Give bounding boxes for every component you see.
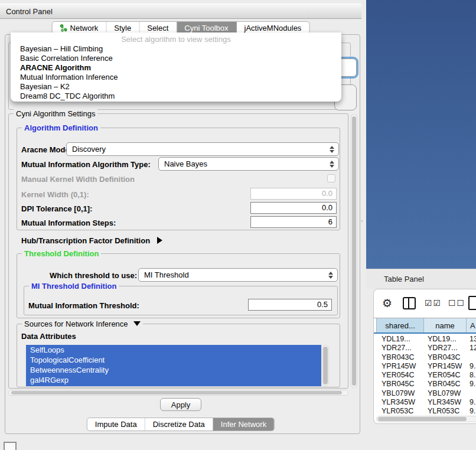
control-panel-title: Control Panel xyxy=(6,7,53,16)
table-row[interactable]: YLR345WYLR345W9. xyxy=(374,398,476,407)
table-cell: YDR27... xyxy=(424,344,467,353)
network-desktop: GALGAL80GAL10GAL1GAL11SWI4GAL4GCY1HAP4YH… xyxy=(366,0,476,269)
table-cell: YLR345W xyxy=(424,398,467,407)
table-cell: 12 xyxy=(467,344,476,353)
table-row[interactable]: YBR043CYBR043C xyxy=(374,353,476,362)
attribute-item-selfloops[interactable]: SelfLoops xyxy=(26,345,321,355)
which-threshold-value: MI Threshold xyxy=(144,270,189,279)
tab-label: Style xyxy=(114,24,131,32)
tab-infer-network[interactable]: Infer Network xyxy=(213,418,274,431)
table-cell: YBR045C xyxy=(424,380,467,389)
table-cell: YBR043C xyxy=(374,353,424,362)
attribute-item-topologicalcoefficient[interactable]: TopologicalCoefficient xyxy=(26,355,321,365)
tab-label: Impute Data xyxy=(95,420,137,429)
expand-right-icon xyxy=(157,237,162,244)
table-cell: YLR053C xyxy=(424,407,467,416)
table-cell xyxy=(467,353,476,362)
table-hscrollbar-thumb[interactable] xyxy=(378,417,467,421)
table-cell: YBL079W xyxy=(424,389,467,398)
attribute-item-gal4rgexp[interactable]: gal4RGexp xyxy=(26,375,321,385)
sources-title-text: Sources for Network Inference xyxy=(24,319,128,328)
table-cell: YDL19... xyxy=(374,335,424,344)
table-cell: YLR053C xyxy=(374,407,424,416)
algorithm-option-basic-correlation-inference[interactable]: Basic Correlation Inference xyxy=(11,54,341,63)
data-attributes-list[interactable]: SelfLoopsTopologicalCoefficientBetweenne… xyxy=(26,345,321,386)
aracne-mode-value: Discovery xyxy=(72,145,106,154)
which-threshold-label: Which threshold to use: xyxy=(50,271,137,280)
export-table-icon[interactable] xyxy=(468,296,476,310)
algorithm-option-aracne-algorithm[interactable]: ARACNE Algorithm xyxy=(11,63,341,73)
manual-kernel-width-label: Manual Kernel Width Definition xyxy=(21,175,135,184)
mi-algorithm-type-select[interactable]: Naive Bayes xyxy=(158,157,339,171)
algorithm-option-dream8-dc-tdc-algorithm[interactable]: Dream8 DC_TDC Algorithm xyxy=(11,92,341,101)
algorithm-option-mutual-information-inference[interactable]: Mutual Information Inference xyxy=(11,73,341,82)
splitter-grip[interactable]: › xyxy=(361,219,364,224)
stepper-arrows-icon xyxy=(330,146,334,153)
table-cell: YLR345W xyxy=(374,398,424,407)
table-toolbar: ⚙ ☑☑ ☐☐ xyxy=(374,289,476,318)
sources-group-title[interactable]: Sources for Network Inference xyxy=(22,319,143,328)
mi-threshold-label: Mutual Information Threshold: xyxy=(28,301,139,310)
table-body: YDL19...YDL19...13YDR27...YDR27...12YBR0… xyxy=(374,335,476,416)
stepper-arrows-icon xyxy=(330,161,334,168)
table-cell: 9. xyxy=(467,407,476,416)
tab-discretize-data[interactable]: Discretize Data xyxy=(145,418,213,431)
table-cell: YPR145W xyxy=(424,362,467,371)
table-row[interactable]: YER054CYER054C8. xyxy=(374,371,476,380)
table-row[interactable]: YDR27...YDR27...12 xyxy=(374,344,476,353)
column-header-name[interactable]: name xyxy=(424,318,467,332)
settings-scrollbar[interactable] xyxy=(351,114,357,388)
table-cell: 9. xyxy=(467,362,476,371)
bottom-tabbar: Impute DataDiscretize DataInfer Network xyxy=(87,418,275,431)
minimized-panel-icon[interactable] xyxy=(4,442,17,450)
control-panel-titlebar: Control Panel xyxy=(0,4,361,19)
table-settings-gear-icon[interactable]: ⚙ xyxy=(382,296,392,310)
which-threshold-select[interactable]: MI Threshold xyxy=(138,268,338,282)
tab-impute-data[interactable]: Impute Data xyxy=(87,418,145,431)
table-cell: YBR043C xyxy=(424,353,467,362)
tab-label: jActiveMNodules xyxy=(244,24,302,32)
algorithm-option-bayesian-k2[interactable]: Bayesian – K2 xyxy=(11,82,341,92)
column-header-shared[interactable]: shared... xyxy=(376,318,424,332)
settings-scrollbar-thumb[interactable] xyxy=(352,116,356,386)
table-row[interactable]: YLR053CYLR053C9. xyxy=(374,407,476,416)
aracne-mode-select[interactable]: Discovery xyxy=(66,142,339,156)
table-row[interactable]: YBR045CYBR045C9. xyxy=(374,380,476,389)
aracne-mode-label: Aracne Mode: xyxy=(21,145,72,154)
apply-button[interactable]: Apply xyxy=(160,398,201,411)
attributes-scrollbar-thumb[interactable] xyxy=(323,347,328,384)
table-row[interactable]: YPR145WYPR145W9. xyxy=(374,362,476,371)
deselect-all-columns-icon[interactable]: ☐☐ xyxy=(448,298,465,308)
tab-label: Cyni Toolbox xyxy=(184,24,228,32)
threshold-definition-title: Threshold Definition xyxy=(22,249,101,258)
attribute-item-betweennesscentrality[interactable]: BetweennessCentrality xyxy=(26,365,321,375)
settings-hscrollbar-thumb[interactable] xyxy=(11,391,342,394)
table-cell: YPR145W xyxy=(374,362,424,371)
table-row[interactable]: YDL19...YDL19...13 xyxy=(374,335,476,344)
hub-definition-toggle[interactable]: Hub/Transcription Factor Definition xyxy=(21,236,162,245)
table-cell: 9. xyxy=(467,398,476,407)
table-hscrollbar[interactable] xyxy=(376,416,476,422)
table-row[interactable]: YBL079WYBL079W xyxy=(374,389,476,398)
mi-threshold-input[interactable]: 0.5 xyxy=(248,299,332,311)
mi-threshold-definition-title: MI Threshold Definition xyxy=(29,282,119,291)
dpi-tolerance-label: DPI Tolerance [0,1]: xyxy=(21,204,92,213)
dpi-tolerance-input[interactable]: 0.0 xyxy=(250,202,337,214)
table-cell: 8. xyxy=(467,371,476,380)
algorithm-option-bayesian-hill-climbing[interactable]: Bayesian – Hill Climbing xyxy=(11,44,341,54)
select-all-columns-icon[interactable]: ☑☑ xyxy=(425,298,442,308)
table-panel-title: Table Panel xyxy=(384,275,424,283)
show-columns-icon[interactable] xyxy=(403,297,416,309)
mi-steps-label: Mutual Information Steps: xyxy=(21,219,116,227)
mi-algorithm-type-label: Mutual Information Algorithm Type: xyxy=(21,160,151,169)
table-cell: YER054C xyxy=(424,371,467,380)
column-header-a[interactable]: A xyxy=(467,318,476,332)
attributes-scrollbar[interactable] xyxy=(322,345,329,386)
tab-label: Select xyxy=(147,24,168,32)
settings-hscrollbar[interactable] xyxy=(8,390,348,396)
network-icon xyxy=(60,24,67,32)
mi-steps-input[interactable]: 6 xyxy=(250,216,337,228)
tab-label: Infer Network xyxy=(221,420,266,429)
mi-algorithm-type-value: Naive Bayes xyxy=(164,159,207,168)
tab-label: Discretize Data xyxy=(153,420,205,429)
